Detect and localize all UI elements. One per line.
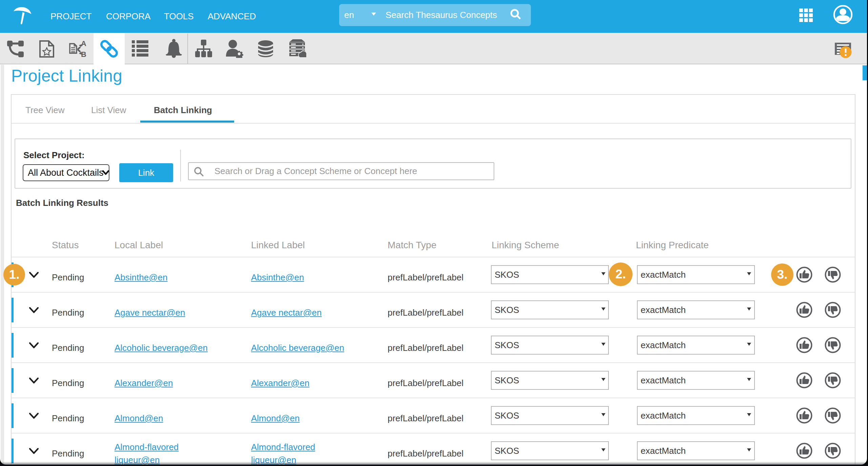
svg-text:A: A (81, 40, 86, 48)
svg-text:B: B (81, 50, 86, 59)
